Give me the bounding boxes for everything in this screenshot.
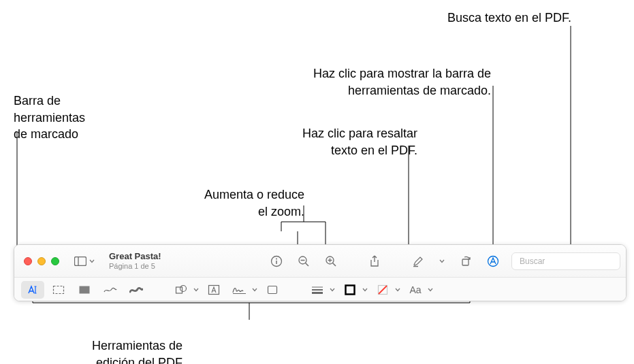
fill-color-tool[interactable]	[371, 281, 394, 299]
zoom-in-button[interactable]	[319, 252, 343, 271]
chevron-down-icon	[193, 288, 200, 292]
chevron-down-icon	[439, 259, 445, 263]
chevron-down-icon	[427, 288, 434, 292]
text-style-icon: Aa	[409, 284, 421, 295]
text-selection-icon	[27, 284, 39, 295]
sketch-tool[interactable]	[99, 281, 122, 299]
search-input[interactable]	[520, 257, 622, 266]
border-color-tool[interactable]	[338, 281, 362, 299]
svg-point-17	[276, 258, 277, 259]
redact-tool[interactable]	[73, 281, 96, 299]
svg-rect-40	[268, 286, 277, 293]
sketch-icon	[104, 286, 117, 294]
chevron-down-icon	[251, 288, 258, 292]
share-icon	[369, 255, 380, 267]
draw-tool[interactable]	[125, 281, 148, 299]
svg-line-23	[333, 263, 336, 266]
svg-rect-27	[462, 259, 469, 265]
rotate-button[interactable]	[454, 252, 477, 271]
svg-rect-34	[54, 286, 64, 293]
selection-rectangle-icon	[52, 285, 65, 295]
svg-rect-36	[176, 287, 183, 293]
zoom-out-icon	[298, 255, 310, 267]
toolbar-center-group	[265, 252, 505, 271]
svg-rect-44	[346, 285, 355, 294]
border-style-tool[interactable]	[306, 281, 329, 299]
text-select-tool[interactable]	[21, 281, 44, 299]
document-title-block: Great Pasta! Página 1 de 5	[109, 252, 161, 271]
zoom-out-button[interactable]	[292, 252, 315, 271]
svg-point-37	[180, 285, 187, 291]
svg-rect-35	[80, 286, 90, 293]
svg-line-46	[379, 286, 387, 294]
info-icon	[270, 255, 283, 267]
sign-tool[interactable]	[228, 281, 251, 299]
zoom-in-icon	[325, 255, 337, 267]
rotate-icon	[460, 255, 472, 267]
sidebar-icon	[74, 257, 86, 266]
highlight-menu-button[interactable]	[434, 252, 450, 271]
chevron-down-icon	[329, 288, 336, 292]
close-window-button[interactable]	[24, 257, 32, 265]
search-field[interactable]	[511, 252, 620, 270]
shapes-icon	[175, 284, 187, 295]
shapes-tool[interactable]	[170, 281, 193, 299]
share-button[interactable]	[363, 252, 386, 271]
svg-line-20	[306, 263, 309, 266]
fill-color-icon	[377, 284, 388, 295]
chevron-down-icon	[89, 259, 95, 263]
highlighter-icon	[412, 255, 424, 267]
markup-icon	[487, 255, 499, 267]
line-weight-icon	[311, 286, 323, 294]
document-title: Great Pasta!	[109, 252, 161, 262]
chevron-down-icon	[394, 288, 401, 292]
info-button[interactable]	[265, 252, 288, 271]
text-box-icon	[208, 284, 220, 295]
rectangular-select-tool[interactable]	[47, 281, 70, 299]
text-style-tool[interactable]: Aa	[404, 281, 427, 299]
redact-icon	[78, 285, 91, 295]
highlight-button[interactable]	[407, 252, 430, 271]
page-indicator: Página 1 de 5	[109, 262, 161, 271]
text-tool[interactable]	[202, 281, 225, 299]
signature-icon	[232, 285, 247, 295]
draw-icon	[129, 286, 143, 294]
minimize-window-button[interactable]	[37, 257, 46, 265]
preview-window: Great Pasta! Página 1 de 5	[14, 244, 627, 301]
border-color-icon	[345, 284, 355, 295]
fullscreen-window-button[interactable]	[51, 257, 59, 265]
note-tool[interactable]	[261, 281, 284, 299]
sidebar-view-button[interactable]	[70, 254, 99, 269]
show-markup-toolbar-button[interactable]	[481, 252, 505, 271]
note-icon	[267, 285, 278, 295]
window-controls	[24, 257, 59, 265]
main-toolbar: Great Pasta! Página 1 de 5	[14, 245, 626, 278]
markup-toolbar: Aa	[14, 278, 626, 301]
chevron-down-icon	[362, 288, 368, 292]
svg-rect-14	[75, 257, 86, 265]
